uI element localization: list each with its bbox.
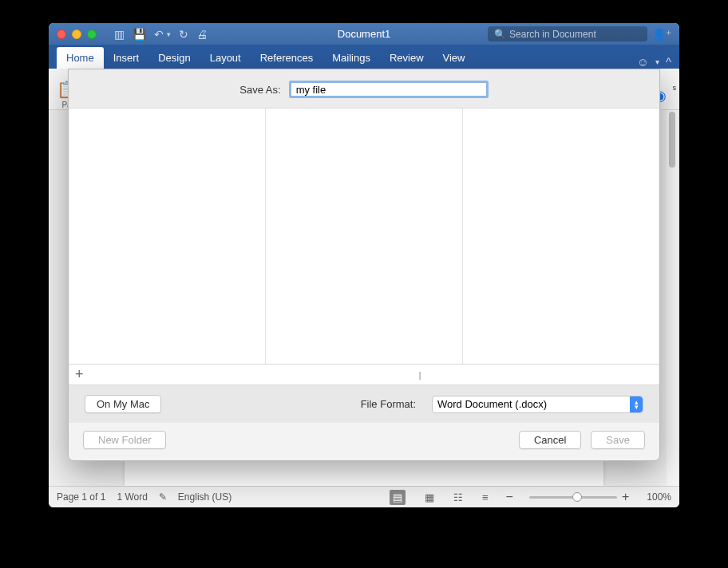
tab-references[interactable]: References <box>251 47 322 69</box>
add-location-button[interactable]: + <box>75 366 84 383</box>
document-title: Document1 <box>338 28 390 40</box>
file-format-select[interactable]: Word Document (.docx) <box>432 396 643 413</box>
cancel-button[interactable]: Cancel <box>519 431 581 449</box>
file-browser-columns <box>69 108 659 365</box>
dialog-buttons: New Folder Cancel Save <box>69 423 659 460</box>
tab-review[interactable]: Review <box>380 47 433 69</box>
dialog-header: Save As: <box>69 69 659 108</box>
tab-insert[interactable]: Insert <box>104 47 149 69</box>
search-icon: 🔍 <box>494 29 506 40</box>
zoom-level[interactable]: 100% <box>647 491 671 503</box>
sidebar-toggle-icon[interactable]: ▥ <box>114 28 125 41</box>
zoom-slider[interactable] <box>529 496 617 499</box>
zoom-out-button[interactable]: − <box>506 490 513 504</box>
status-bar: Page 1 of 1 1 Word ✎ English (US) ▤ ▦ ☷ … <box>49 486 679 507</box>
emoji-icon[interactable]: ☺ <box>637 55 649 69</box>
zoom-window-button[interactable] <box>87 30 97 39</box>
browser-column-3[interactable] <box>463 108 659 364</box>
titlebar: ▥ 💾 ↶ ▾ ↻ 🖨 Document1 🔍 👤⁺ <box>49 23 679 45</box>
filename-input[interactable] <box>289 81 489 98</box>
select-arrows-icon: ▴▾ <box>630 396 643 412</box>
vertical-scrollbar[interactable] <box>667 110 678 486</box>
tab-layout[interactable]: Layout <box>200 47 251 69</box>
undo-icon[interactable]: ↶ <box>154 28 164 41</box>
dropdown-icon[interactable]: ▾ <box>655 57 659 66</box>
zoom-in-button[interactable]: + <box>622 490 629 504</box>
share-icon[interactable]: 👤⁺ <box>652 28 671 41</box>
draft-view-icon[interactable]: ≡ <box>482 491 489 503</box>
column-resize-handle[interactable]: || <box>418 370 420 380</box>
app-window: ▥ 💾 ↶ ▾ ↻ 🖨 Document1 🔍 👤⁺ Home Insert D… <box>49 23 679 507</box>
undo-dropdown-icon[interactable]: ▾ <box>167 30 171 38</box>
minimize-window-button[interactable] <box>72 30 81 39</box>
outline-view-icon[interactable]: ☷ <box>453 491 463 503</box>
close-window-button[interactable] <box>57 30 66 39</box>
scrollbar-thumb[interactable] <box>669 112 675 168</box>
tab-design[interactable]: Design <box>148 47 200 69</box>
web-layout-view-icon[interactable]: ▦ <box>425 491 434 503</box>
save-dialog: Save As: + || On My Mac File Format: Wor… <box>68 69 660 461</box>
search-box[interactable]: 🔍 <box>488 26 647 41</box>
zoom-slider-knob[interactable] <box>572 492 582 502</box>
print-icon[interactable]: 🖨 <box>196 28 208 41</box>
word-count[interactable]: 1 Word <box>117 491 147 503</box>
ribbon-tabs: Home Insert Design Layout References Mai… <box>49 45 679 69</box>
page-count[interactable]: Page 1 of 1 <box>57 491 105 503</box>
language-status[interactable]: English (US) <box>178 491 231 503</box>
tab-mailings[interactable]: Mailings <box>322 47 380 69</box>
save-icon[interactable]: 💾 <box>133 28 146 41</box>
browser-column-1[interactable] <box>69 108 266 364</box>
redo-icon[interactable]: ↻ <box>179 28 188 41</box>
tab-view[interactable]: View <box>433 47 475 69</box>
collapse-ribbon-icon[interactable]: ^ <box>666 55 671 69</box>
file-format-label: File Format: <box>361 398 416 410</box>
format-row: On My Mac File Format: Word Document (.d… <box>69 385 659 423</box>
tab-home[interactable]: Home <box>57 47 104 69</box>
search-input[interactable] <box>509 29 641 40</box>
styles-label: s <box>673 84 677 92</box>
quick-access-toolbar: ▥ 💾 ↶ ▾ ↻ 🖨 <box>114 28 208 41</box>
save-as-label: Save As: <box>239 84 280 96</box>
file-format-select-wrap[interactable]: Word Document (.docx) ▴▾ <box>432 396 643 413</box>
spellcheck-icon[interactable]: ✎ <box>159 491 167 503</box>
save-button[interactable]: Save <box>591 431 645 449</box>
new-folder-button[interactable]: New Folder <box>83 431 166 449</box>
add-row: + || <box>69 365 659 385</box>
window-controls <box>49 30 97 39</box>
print-layout-view-icon[interactable]: ▤ <box>390 490 406 505</box>
on-my-mac-button[interactable]: On My Mac <box>85 395 161 413</box>
browser-column-2[interactable] <box>266 108 463 364</box>
